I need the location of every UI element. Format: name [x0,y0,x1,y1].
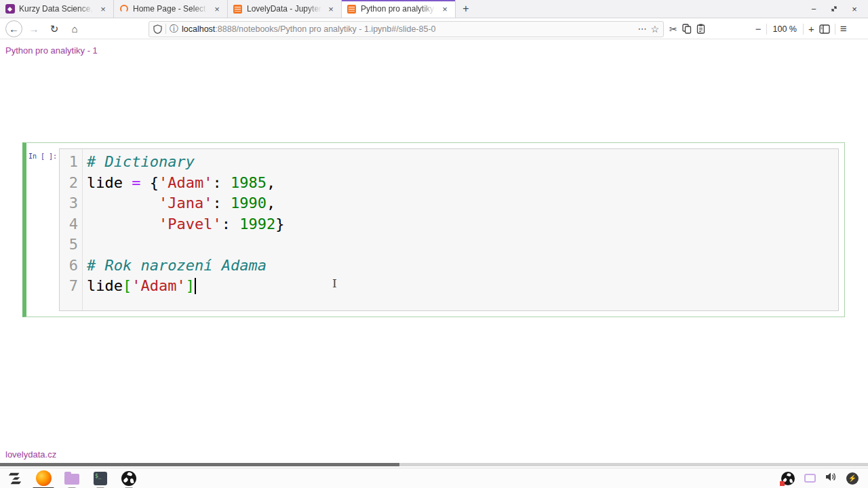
line-number: 2 [61,173,78,194]
tab-home-page[interactable]: Home Page - Select or × [114,0,228,18]
jupyter-ring-icon [119,4,129,14]
line-number: 7 [61,276,78,297]
os-taskbar: $_ ⚡ [0,468,868,488]
new-tab-button[interactable]: + [456,0,476,18]
code-line[interactable]: 'Pavel': 1992} [87,214,838,235]
obs-studio-icon[interactable] [121,470,137,487]
code-line[interactable] [87,235,838,256]
code-token: 1985 [231,174,267,191]
code-line[interactable]: lide['Adam'] [87,276,838,297]
tab-python-pro-analytiky[interactable]: Python pro analytiky - 1 × [342,0,456,18]
url-host: localhost [182,24,215,34]
tab-close-icon[interactable]: × [212,4,222,14]
tracking-shield-icon[interactable] [153,24,162,34]
code-token: = [132,174,140,191]
tab-title: LovelyData - Jupyter N [247,4,321,14]
slide-progress-bar[interactable] [0,463,868,466]
site-info-icon[interactable]: ⓘ [170,23,178,35]
notebook-code-cell[interactable]: In [ ]: 1234567 # Dictionarylide = {'Ada… [22,142,845,317]
zoom-out-button[interactable]: − [755,23,762,35]
tab-kurzy-data-science[interactable]: ◆ Kurzy Data Science, Pyt × [0,0,114,18]
back-button[interactable]: ← [5,20,22,37]
code-token: : [212,195,231,211]
urlbar-separator [165,24,166,34]
reload-button[interactable]: ↻ [45,20,63,38]
code-token: 1992 [239,216,275,232]
system-tray: ⚡ [781,472,868,485]
url-text[interactable]: localhost:8888/notebooks/Python pro anal… [182,24,634,34]
browser-tab-strip: ◆ Kurzy Data Science, Pyt × Home Page - … [0,0,868,18]
tab-title: Kurzy Data Science, Pyt [19,4,94,14]
page-actions-icon[interactable]: ⋯ [637,24,647,34]
obs-recording-icon[interactable] [781,472,795,485]
code-token: # Dictionary [87,153,195,170]
code-line[interactable]: 'Jana': 1990, [87,193,838,214]
tab-close-icon[interactable]: × [439,4,450,14]
code-editor[interactable]: 1234567 # Dictionarylide = {'Adam': 1985… [59,148,839,311]
menu-hamburger-icon[interactable]: ≡ [840,22,847,36]
jupyter-notebook-icon [347,4,357,14]
text-ibeam-cursor: I [332,277,337,290]
code-line[interactable]: lide = {'Adam': 1985, [87,173,838,194]
power-indicator-icon[interactable]: ⚡ [846,472,859,485]
recording-dot [780,481,785,486]
sidebar-toggle-icon[interactable] [819,24,830,34]
toolbar-separator [835,24,835,35]
clipboard-icon[interactable] [696,24,705,34]
line-number: 3 [61,193,78,214]
zoom-in-button[interactable]: + [808,23,814,35]
slide-header-link[interactable]: Python pro analytiky - 1 [5,45,98,56]
tab-title: Python pro analytiky - 1 [361,4,435,14]
code-area[interactable]: # Dictionarylide = {'Adam': 1985, 'Jana'… [83,149,838,310]
code-token: } [275,216,284,232]
line-number: 5 [61,235,78,256]
volume-icon[interactable] [825,472,837,485]
text-caret [195,278,196,294]
tab-close-icon[interactable]: × [326,4,336,14]
toolbar-separator [766,24,767,35]
code-token: , [267,195,275,211]
code-token: : [222,216,240,232]
code-token: { [140,174,159,191]
code-token: lide [87,174,132,191]
code-token: [ [123,277,132,294]
code-token: 1990 [231,195,267,211]
firefox-icon[interactable] [35,470,52,487]
code-token: 'Jana' [159,195,212,211]
code-token: : [212,174,231,191]
taskbar-left: $_ [0,470,137,487]
code-token [87,195,159,211]
code-token: ] [186,277,195,294]
slide-progress-fill [0,463,399,466]
minimize-button[interactable]: − [807,2,821,16]
restore-button[interactable] [827,2,841,16]
screen-region-icon[interactable] [804,474,816,483]
cell-prompt-column: In [ ]: [26,143,59,317]
zorin-menu-icon[interactable] [7,470,23,487]
close-button[interactable]: × [848,2,861,16]
terminal-icon[interactable]: $_ [92,470,108,487]
bookmark-star-icon[interactable]: ☆ [650,24,659,35]
tab-close-icon[interactable]: × [98,4,108,14]
restore-icon [830,5,838,13]
tab-lovelydata[interactable]: LovelyData - Jupyter N × [228,0,342,18]
zoom-level-label[interactable]: 100 % [772,24,798,34]
shield-purple-icon: ◆ [5,4,15,14]
code-token: 'Adam' [159,174,212,191]
url-bar[interactable]: ⓘ localhost:8888/notebooks/Python pro an… [149,21,664,37]
forward-button[interactable]: → [25,20,43,38]
code-line[interactable]: # Rok narození Adama [87,256,838,277]
jupyter-notebook-icon [233,4,243,14]
file-manager-icon[interactable] [64,470,80,487]
home-button[interactable]: ⌂ [66,20,83,38]
code-line[interactable]: # Dictionary [87,152,838,173]
screenshot-scissors-icon[interactable]: ✂ [669,24,677,35]
line-number: 4 [61,214,78,235]
code-token: lide [87,277,123,294]
copy-pages-icon[interactable] [682,24,692,34]
slide-footer-link[interactable]: lovelydata.cz [5,449,56,460]
toolbar-separator [803,24,804,35]
code-token: # Rok narození Adama [87,257,267,274]
code-token: 'Pavel' [159,216,222,232]
code-token: , [267,174,275,191]
